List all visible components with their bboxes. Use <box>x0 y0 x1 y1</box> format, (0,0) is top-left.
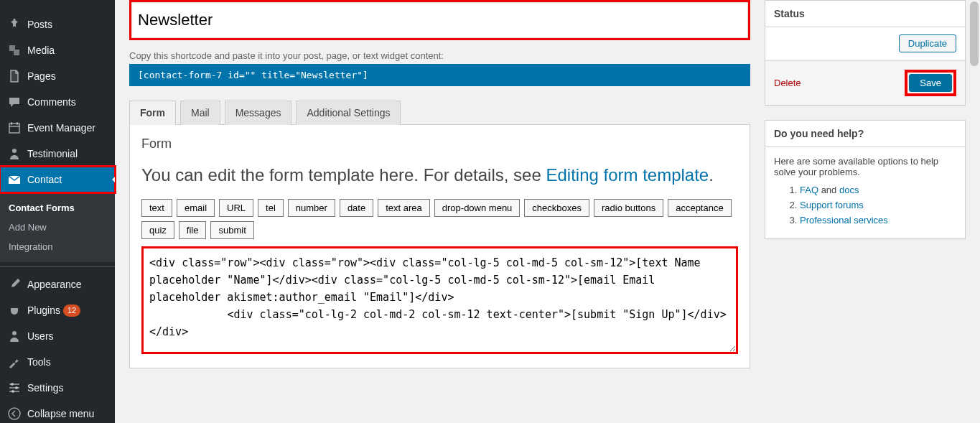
sidebar-item-event-manager[interactable]: Event Manager <box>0 115 115 141</box>
tag-generator-buttons: textemailURLtelnumberdatetext areadrop-d… <box>141 199 738 239</box>
main-content: Copy this shortcode and paste it into yo… <box>129 0 750 412</box>
tag-button-tel[interactable]: tel <box>258 199 284 217</box>
person-icon <box>7 147 22 161</box>
tag-button-checkboxes[interactable]: checkboxes <box>524 199 589 217</box>
sidebar-item-collapse[interactable]: Collapse menu <box>0 401 115 423</box>
tab-form[interactable]: Form <box>129 101 176 125</box>
sidebar-item-users[interactable]: Users <box>0 323 115 349</box>
sub-item-contact-forms[interactable]: Contact Forms <box>0 198 115 218</box>
help-list: FAQ and docs Support forums Professional… <box>774 185 956 226</box>
wrench-icon <box>7 355 22 369</box>
sidebar-item-label: Collapse menu <box>27 408 94 419</box>
panel-heading: Form <box>141 136 738 152</box>
brush-icon <box>7 277 22 292</box>
form-panel: Form You can edit the form template here… <box>129 124 750 368</box>
help-item: Support forums <box>800 200 956 210</box>
help-item: Professional services <box>800 215 956 226</box>
form-title-input[interactable] <box>131 2 748 38</box>
shortcode-display[interactable]: [contact-form-7 id="" title="Newsletter"… <box>129 64 750 86</box>
duplicate-button[interactable]: Duplicate <box>899 34 956 52</box>
tag-button-URL[interactable]: URL <box>219 199 253 217</box>
sidebar-item-label: Contact <box>27 174 62 185</box>
sidebar-item-comments[interactable]: Comments <box>0 89 115 115</box>
tag-button-drop-down-menu[interactable]: drop-down menu <box>434 199 521 217</box>
help-item: FAQ and docs <box>800 185 956 195</box>
tag-button-number[interactable]: number <box>288 199 335 217</box>
sub-item-add-new[interactable]: Add New <box>0 218 115 237</box>
sidebar-item-plugins[interactable]: Plugins 12 <box>0 297 115 323</box>
scrollbar-track[interactable] <box>969 0 980 423</box>
svg-point-5 <box>11 383 14 386</box>
sidebar-item-label: Tools <box>27 356 51 368</box>
sidebar-item-contact[interactable]: Contact <box>0 167 115 192</box>
page-icon <box>7 69 22 83</box>
pin-icon <box>7 17 22 32</box>
tag-button-email[interactable]: email <box>177 199 215 217</box>
svg-rect-0 <box>11 70 18 82</box>
tab-messages[interactable]: Messages <box>225 101 292 125</box>
sidebar-item-label: Settings <box>27 382 64 394</box>
sidebar-item-label: Plugins <box>27 305 60 316</box>
panel-description: You can edit the form template here. For… <box>141 163 738 187</box>
svg-point-2 <box>12 149 17 153</box>
tag-button-file[interactable]: file <box>179 221 207 239</box>
mail-icon <box>7 172 22 187</box>
help-intro: Here are some available options to help … <box>774 156 956 177</box>
shortcode-hint: Copy this shortcode and paste it into yo… <box>129 50 750 61</box>
sidebar-item-label: Event Manager <box>27 122 95 134</box>
admin-sidebar: Posts Media Pages Comments Event Manager… <box>0 0 115 423</box>
tag-button-text-area[interactable]: text area <box>378 199 430 217</box>
sub-item-integration[interactable]: Integration <box>0 237 115 256</box>
support-forums-link[interactable]: Support forums <box>800 200 864 210</box>
sidebar-item-label: Media <box>27 45 55 56</box>
sidebar-item-settings[interactable]: Settings <box>0 375 115 401</box>
sliders-icon <box>7 381 22 395</box>
tag-button-submit[interactable]: submit <box>210 221 253 239</box>
sidebar-item-label: Testimonial <box>27 148 78 159</box>
professional-services-link[interactable]: Professional services <box>800 215 888 226</box>
side-column: Status Duplicate Delete Save Do you need… <box>765 0 966 412</box>
person-icon <box>7 329 22 343</box>
save-button[interactable]: Save <box>909 74 952 92</box>
docs-link[interactable]: docs <box>839 185 859 195</box>
svg-point-4 <box>12 331 17 335</box>
tab-mail[interactable]: Mail <box>180 101 220 125</box>
calendar-icon <box>7 121 22 135</box>
svg-point-8 <box>9 408 20 419</box>
delete-link[interactable]: Delete <box>774 78 801 88</box>
sidebar-item-tools[interactable]: Tools <box>0 349 115 375</box>
tag-button-radio-buttons[interactable]: radio buttons <box>594 199 663 217</box>
tag-button-acceptance[interactable]: acceptance <box>668 199 732 217</box>
sidebar-item-label: Users <box>27 330 54 342</box>
sidebar-item-label: Posts <box>27 19 52 30</box>
form-template-textarea[interactable] <box>141 246 738 354</box>
media-icon <box>7 43 22 57</box>
help-heading: Do you need help? <box>765 121 965 147</box>
tab-additional-settings[interactable]: Additional Settings <box>296 101 401 125</box>
sidebar-item-appearance[interactable]: Appearance <box>0 271 115 297</box>
scrollbar-thumb[interactable] <box>970 1 979 66</box>
sidebar-item-testimonial[interactable]: Testimonial <box>0 141 115 167</box>
tag-button-date[interactable]: date <box>340 199 373 217</box>
plug-icon <box>7 303 22 317</box>
svg-point-7 <box>11 390 14 393</box>
plugin-update-badge: 12 <box>63 305 80 317</box>
sidebar-item-label: Pages <box>27 70 56 82</box>
status-heading: Status <box>765 1 965 27</box>
comment-icon <box>7 95 22 109</box>
status-box: Status Duplicate Delete Save <box>765 0 966 106</box>
editor-tabs: Form Mail Messages Additional Settings <box>129 101 750 125</box>
sidebar-item-pages[interactable]: Pages <box>0 63 115 89</box>
sidebar-item-posts[interactable]: Posts <box>0 11 115 37</box>
tag-button-text[interactable]: text <box>141 199 172 217</box>
sidebar-item-label: Appearance <box>27 279 82 290</box>
help-box: Do you need help? Here are some availabl… <box>765 120 966 239</box>
sidebar-item-label: Comments <box>27 96 76 108</box>
sidebar-item-media[interactable]: Media <box>0 37 115 63</box>
tag-button-quiz[interactable]: quiz <box>141 221 174 239</box>
svg-point-6 <box>15 386 18 389</box>
svg-rect-1 <box>9 124 19 133</box>
editing-form-template-link[interactable]: Editing form template <box>546 165 709 185</box>
faq-link[interactable]: FAQ <box>800 185 818 195</box>
contact-submenu: Contact Forms Add New Integration <box>0 192 115 262</box>
